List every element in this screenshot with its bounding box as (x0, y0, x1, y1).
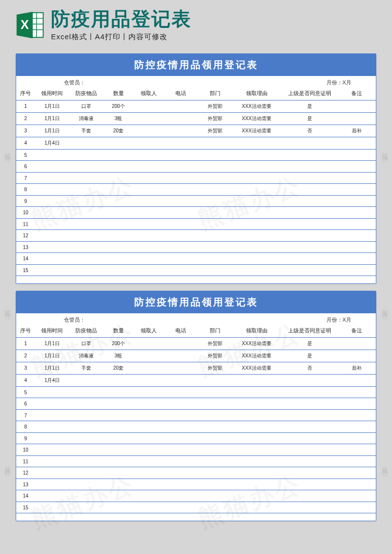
cell-approved (281, 421, 338, 433)
cell-reason (232, 398, 281, 410)
cell-dept (198, 253, 232, 265)
cell-dept (198, 172, 232, 184)
cell-reason (232, 409, 281, 421)
cell-time (35, 398, 70, 410)
header-text: 防疫用品登记表 Excel格式丨A4打印丨内容可修改 (51, 9, 377, 42)
cell-item: 手套 (69, 125, 103, 137)
cell-dept: 外贸部 (198, 112, 232, 125)
cell-phone (164, 137, 198, 149)
cell-phone (164, 421, 198, 433)
cell-qty (103, 195, 134, 207)
sheet-title: 防控疫情用品领用登记表 (16, 54, 376, 76)
cell-item (69, 230, 103, 242)
cell-qty: 200个 (103, 100, 134, 112)
cell-qty (103, 149, 134, 161)
meta-month: 月份：X月 (326, 79, 370, 86)
meta-month: 月份：X月 (326, 316, 370, 324)
col-header: 领用时间 (35, 87, 70, 101)
cell-item (69, 207, 103, 219)
col-header: 领取人 (133, 325, 164, 338)
cell-reason (232, 207, 281, 219)
cell-item (69, 149, 103, 161)
cell-dept (198, 409, 232, 421)
table-row: 21月1日消毒液3瓶外贸部XXX活动需要是 (16, 350, 376, 362)
cell-person (133, 350, 164, 362)
cell-person (133, 455, 164, 467)
cell-qty (103, 172, 134, 184)
cell-seq: 3 (16, 362, 35, 374)
table-row: 7 (16, 409, 376, 421)
register-table-1: 序号领用时间防疫物品数量领取人电话部门领取理由上级是否同意证明备注 11月1日口… (16, 87, 376, 277)
table-row: 9 (16, 432, 376, 444)
col-header: 数量 (103, 325, 134, 338)
cell-phone (164, 502, 198, 513)
col-header: 领取理由 (232, 87, 281, 101)
cell-item (69, 478, 103, 490)
table-row: 41月4日 (16, 374, 376, 386)
cell-approved (281, 172, 338, 184)
cell-phone (164, 478, 198, 490)
table-row: 13 (16, 478, 376, 490)
cell-person (133, 112, 164, 125)
cell-person (133, 398, 164, 410)
cell-note (338, 444, 376, 456)
cell-note (338, 207, 376, 219)
cell-time (35, 149, 70, 161)
cell-reason (232, 137, 281, 149)
cell-phone (164, 362, 198, 374)
cell-reason (232, 386, 281, 398)
cell-reason (232, 230, 281, 242)
cell-qty: 20套 (103, 125, 134, 137)
cell-person (133, 137, 164, 149)
cell-approved (281, 184, 338, 196)
cell-phone (164, 386, 198, 398)
cell-phone (164, 398, 198, 410)
side-watermark: 熊猫办公 (3, 304, 12, 310)
cell-item: 口罩 (69, 337, 103, 350)
cell-seq: 9 (16, 432, 35, 444)
cell-approved (281, 444, 338, 456)
cell-item (69, 161, 103, 173)
sheet-preview-1: 防控疫情用品领用登记表 仓管员： 月份：X月 序号领用时间防疫物品数量领取人电话… (16, 53, 376, 284)
cell-dept (198, 478, 232, 490)
cell-item (69, 444, 103, 456)
cell-time (35, 230, 70, 242)
cell-person (133, 253, 164, 265)
cell-item (69, 184, 103, 196)
cell-approved (281, 432, 338, 444)
table-row: 12 (16, 467, 376, 479)
cell-approved: 是 (281, 100, 338, 112)
table-row: 11 (16, 455, 376, 467)
table-row: 15 (16, 502, 376, 513)
table-header-row: 序号领用时间防疫物品数量领取人电话部门领取理由上级是否同意证明备注 (16, 87, 376, 101)
cell-note (338, 172, 376, 184)
cell-dept (198, 444, 232, 456)
cell-qty (103, 398, 134, 410)
cell-dept: 外贸部 (198, 100, 232, 112)
table-row: 11月1日口罩200个外贸部XXX活动需要是 (16, 337, 376, 350)
side-watermark: 熊猫办公 (380, 147, 389, 153)
cell-dept (198, 490, 232, 502)
col-header: 上级是否同意证明 (281, 325, 338, 338)
col-header: 领取理由 (232, 325, 281, 338)
cell-reason (232, 432, 281, 444)
table-row: 14 (16, 490, 376, 502)
cell-time (35, 386, 70, 398)
sheet-meta: 仓管员： 月份：X月 (16, 76, 376, 87)
cell-approved (281, 207, 338, 219)
cell-phone (164, 337, 198, 350)
cell-phone (164, 207, 198, 219)
cell-reason: XXX活动需要 (232, 112, 281, 125)
cell-approved: 是 (281, 337, 338, 350)
cell-reason: XXX活动需要 (232, 100, 281, 112)
cell-time (35, 253, 70, 265)
cell-time (35, 195, 70, 207)
sheet-title: 防控疫情用品领用登记表 (16, 291, 376, 313)
cell-qty (103, 467, 134, 479)
cell-person (133, 362, 164, 374)
cell-phone (164, 172, 198, 184)
cell-seq: 10 (16, 444, 35, 456)
cell-reason (232, 161, 281, 173)
table-row: 6 (16, 398, 376, 410)
cell-note (338, 467, 376, 479)
